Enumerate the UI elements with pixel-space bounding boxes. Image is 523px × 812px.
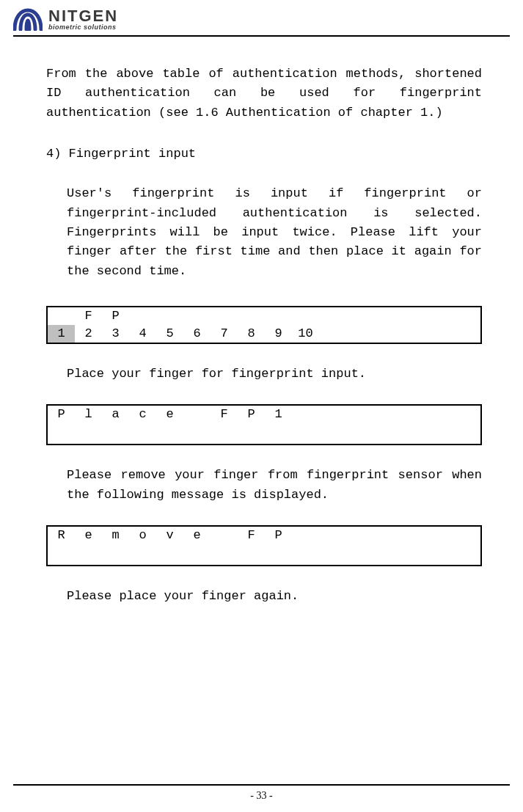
cell: P [265,527,292,544]
cell: 3 [102,325,129,343]
cell: 8 [238,325,265,343]
cell: v [156,527,183,544]
cell: c [129,406,156,423]
paragraph-place-again: Please place your finger again. [46,587,482,606]
display-empty-row [48,546,480,565]
lcd-display-place-fp: P l a c e F P 1 [46,404,482,445]
cell: l [75,406,102,423]
logo-tagline: biometric solutions [48,24,118,31]
cell: P [102,307,129,325]
cell: 7 [211,325,238,343]
display-row: R e m o v e F P [48,527,480,546]
lcd-display-fp-selector: F P 1 2 3 4 5 6 7 8 9 10 [46,306,482,344]
cell: e [75,527,102,544]
lcd-display-remove-fp: R e m o v e F P [46,525,482,566]
cell: e [183,527,211,544]
cell [211,527,238,544]
cell: F [211,406,238,423]
display-row: P l a c e F P 1 [48,406,480,425]
logo-icon [13,7,43,31]
cell: 2 [75,325,102,343]
cell: e [156,406,183,423]
paragraph-remove-finger: Please remove your finger from fingerpri… [46,466,482,505]
paragraph-intro: From the above table of authentication m… [46,65,482,122]
cell: F [238,527,265,544]
paragraph-intro-text: From the above table of authentication m… [46,67,482,120]
cell [156,307,183,325]
heading-fingerprint-input: 4) Fingerprint input [46,145,482,164]
display-empty-row [48,425,480,444]
cell [292,307,319,325]
cell: R [48,527,75,544]
cell [183,406,211,423]
paragraph-fingerprint-desc: User's fingerprint is input if fingerpri… [46,184,482,281]
cell: m [102,527,129,544]
cell: a [102,406,129,423]
cell: 9 [265,325,292,343]
cell [265,307,292,325]
cell [129,307,156,325]
cell [183,307,211,325]
cell [211,307,238,325]
cell: P [48,406,75,423]
cell-selected: 1 [48,325,75,343]
cell: 6 [183,325,211,343]
cell: 10 [292,325,319,343]
content: From the above table of authentication m… [13,65,510,606]
display-row: F P [48,307,480,325]
page-number: - 33 - [250,790,272,801]
header: NITGEN biometric solutions [13,7,510,37]
cell: F [75,307,102,325]
cell: 1 [265,406,292,423]
paragraph-place-finger: Place your finger for fingerprint input. [46,365,482,384]
cell: o [129,527,156,544]
cell: 5 [156,325,183,343]
logo-text: NITGEN biometric solutions [48,8,118,31]
page: NITGEN biometric solutions From the abov… [0,0,523,812]
cell: 4 [129,325,156,343]
logo-name: NITGEN [48,8,118,24]
display-row: 1 2 3 4 5 6 7 8 9 10 [48,325,480,343]
cell: P [238,406,265,423]
footer: - 33 - [13,784,510,802]
cell [48,307,75,325]
cell [238,307,265,325]
